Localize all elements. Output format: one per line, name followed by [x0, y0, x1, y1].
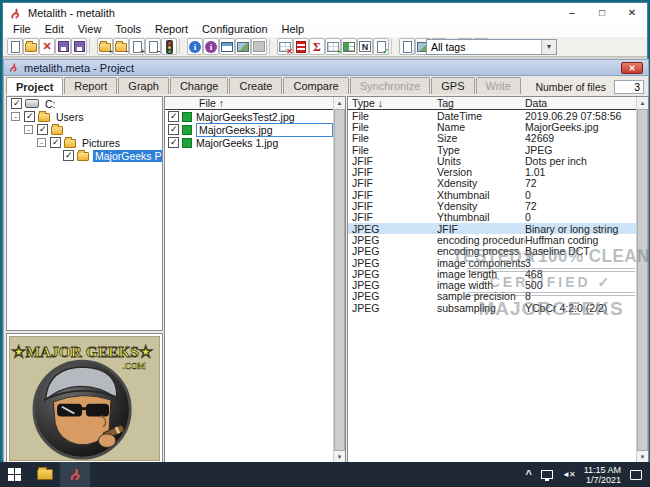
file-explorer-button[interactable]	[30, 462, 60, 487]
cell-type: File	[352, 110, 437, 122]
table-row[interactable]: FileDateTime2019.06.29 07:58:56	[348, 110, 638, 121]
update-tags-button[interactable]	[341, 38, 357, 55]
metadata-scrollbar[interactable]: ▲ ▼	[636, 97, 648, 463]
checkbox-checked[interactable]	[63, 150, 74, 161]
tray-expand-icon[interactable]: ^	[526, 469, 532, 480]
minimize-button[interactable]: –	[557, 3, 587, 23]
menu-edit[interactable]: Edit	[38, 23, 71, 36]
rename-tags-button[interactable]: N	[357, 38, 373, 55]
maximize-button[interactable]: □	[587, 3, 617, 23]
file-row[interactable]: MajorGeeks 1.jpg	[165, 136, 335, 149]
menu-report[interactable]: Report	[148, 23, 195, 36]
column-data[interactable]: Data	[525, 97, 638, 109]
remove-folder-button[interactable]: −	[113, 38, 129, 55]
tab-create[interactable]: Create	[229, 77, 282, 94]
table-row[interactable]: FileSize42669	[348, 133, 638, 144]
scroll-up-icon[interactable]: ▲	[637, 97, 648, 109]
table-row[interactable]: JPEGsample precision8	[348, 291, 638, 302]
filename-edit-field[interactable]: MajorGeeks.jpg	[196, 123, 333, 137]
menu-view[interactable]: View	[71, 23, 109, 36]
scroll-up-icon[interactable]: ▲	[334, 97, 345, 109]
tab-gps[interactable]: GPS	[431, 77, 474, 94]
close-button[interactable]: ✕	[617, 3, 647, 23]
checkbox-checked[interactable]	[168, 111, 179, 122]
checkbox-checked[interactable]	[50, 137, 61, 148]
table-row[interactable]: JFIFYthumbnail0	[348, 212, 638, 223]
tree-item-c-[interactable]: C:	[7, 97, 162, 110]
open-project-button[interactable]	[23, 38, 39, 55]
table-row[interactable]: JFIFUnitsDots per inch	[348, 155, 638, 166]
tab-change[interactable]: Change	[170, 77, 229, 94]
scrollbar-thumb[interactable]	[334, 109, 345, 451]
close-project-button[interactable]: ✕	[39, 38, 55, 55]
file-list-scrollbar[interactable]: ▲ ▼	[333, 97, 345, 463]
clock[interactable]: 11:15 AM 1/7/2021	[584, 465, 621, 485]
verify-file-button[interactable]: ✓	[373, 38, 389, 55]
show-image-button[interactable]	[235, 38, 251, 55]
table-row[interactable]: JPEGimage components3	[348, 257, 638, 268]
metalith-taskbar-button[interactable]	[60, 462, 90, 487]
tree-item[interactable]: -	[7, 123, 162, 136]
cell-tag: Size	[437, 132, 525, 144]
tree-expander-icon[interactable]: -	[11, 112, 20, 121]
table-row[interactable]: FileNameMajorGeeks.jpg	[348, 121, 638, 132]
tree-item-majorgeeks-pix[interactable]: MajorGeeks PIX	[7, 149, 162, 162]
tab-compare[interactable]: Compare	[283, 77, 348, 94]
tree-item-pictures[interactable]: -Pictures	[7, 136, 162, 149]
column-tag[interactable]: Tag	[437, 97, 525, 109]
show-window-button[interactable]	[219, 38, 235, 55]
file-list-header[interactable]: File ↑	[165, 97, 335, 110]
remove-file-button[interactable]: −	[145, 38, 161, 55]
table-row[interactable]: JPEGencoding processBaseline DCT	[348, 246, 638, 257]
tag-info-button[interactable]: i	[203, 38, 219, 55]
checkbox-checked[interactable]	[11, 98, 22, 109]
file-info-button[interactable]: i	[187, 38, 203, 55]
add-tags-button[interactable]: +	[325, 38, 341, 55]
project-close-button[interactable]: ✕	[621, 62, 643, 74]
file-row[interactable]: MajorGeeks.jpg	[165, 123, 335, 136]
save-project-as-button[interactable]	[71, 38, 87, 55]
checkbox-checked[interactable]	[24, 111, 35, 122]
table-row[interactable]: JFIFYdensity72	[348, 200, 638, 211]
column-type[interactable]: Type ↓	[352, 97, 437, 109]
volume-muted-icon[interactable]: ◄✕	[562, 470, 575, 479]
chevron-down-icon[interactable]: ▼	[541, 40, 556, 54]
tag-list-button[interactable]	[293, 38, 309, 55]
tag-filter-select[interactable]: All tags ▼	[426, 39, 557, 55]
table-row[interactable]: JFIFXthumbnail0	[348, 189, 638, 200]
scrollbar-thumb[interactable]	[637, 109, 648, 451]
checkbox-checked[interactable]	[168, 124, 179, 135]
table-row[interactable]: FileTypeJPEG	[348, 144, 638, 155]
file-row[interactable]: MajorGeeksTest2.jpg	[165, 110, 335, 123]
tab-project[interactable]: Project	[6, 77, 63, 95]
menu-file[interactable]: File	[6, 23, 38, 36]
start-button[interactable]	[0, 462, 30, 487]
menu-help[interactable]: Help	[275, 23, 312, 36]
preview-report-button[interactable]: ○	[399, 38, 415, 55]
action-center-icon[interactable]	[630, 470, 642, 480]
save-project-button[interactable]	[55, 38, 71, 55]
table-row[interactable]: JPEGsubsamplingYCbCr 4:2:0 (2/2)	[348, 302, 638, 313]
table-row[interactable]: JPEGimage width500	[348, 279, 638, 290]
tab-graph[interactable]: Graph	[118, 77, 169, 94]
tree-expander-icon[interactable]: -	[37, 138, 46, 147]
table-row[interactable]: JPEGJFIFBinary or long string	[348, 223, 638, 234]
table-row[interactable]: JFIFXdensity72	[348, 178, 638, 189]
table-row[interactable]: JFIFVersion1.01	[348, 166, 638, 177]
add-folder-button[interactable]: +	[97, 38, 113, 55]
menu-tools[interactable]: Tools	[108, 23, 148, 36]
add-file-button[interactable]: +	[129, 38, 145, 55]
traffic-light-button[interactable]	[161, 38, 177, 55]
network-display-icon[interactable]	[541, 470, 553, 479]
table-row[interactable]: JPEGencoding procedureHuffman coding	[348, 234, 638, 245]
sum-tags-button[interactable]: Σ	[309, 38, 325, 55]
checkbox-checked[interactable]	[37, 124, 48, 135]
table-row[interactable]: JPEGimage length468	[348, 268, 638, 279]
menu-configuration[interactable]: Configuration	[195, 23, 274, 36]
checkbox-checked[interactable]	[168, 137, 179, 148]
tree-item-users[interactable]: -Users	[7, 110, 162, 123]
tree-expander-icon[interactable]: -	[24, 125, 33, 134]
tab-report[interactable]: Report	[64, 77, 117, 94]
delete-tags-button[interactable]: ✕	[277, 38, 293, 55]
new-project-button[interactable]	[7, 38, 23, 55]
